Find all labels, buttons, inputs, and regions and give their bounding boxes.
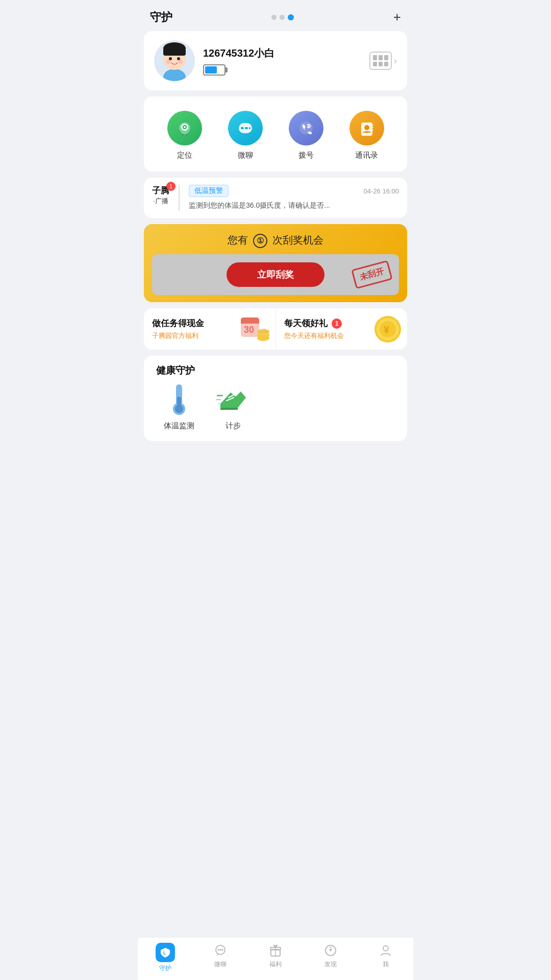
steps-icon (216, 382, 250, 416)
svg-point-7 (166, 60, 170, 64)
header: 守护 + (138, 0, 413, 31)
svg-point-11 (184, 126, 186, 128)
task-gift-badge: 1 (332, 318, 342, 329)
svg-rect-25 (241, 322, 259, 324)
task-gift[interactable]: 每天领好礼 1 您今天还有福利机会 ¥ (276, 308, 408, 350)
svg-point-12 (182, 134, 187, 136)
health-steps-label: 计步 (226, 421, 241, 431)
thermometer-icon (162, 382, 196, 416)
broadcast-logo-sub: ·广播 (153, 197, 168, 206)
broadcast-content: 低温预警 04-26 16:00 监测到您的体温是36.0摄氏度，请确认是否..… (189, 185, 399, 211)
tasks-row: 做任务得现金 子腾园官方福利 30 每天领好礼 1 (144, 308, 407, 350)
user-action-button[interactable]: › (369, 52, 397, 70)
svg-point-5 (169, 57, 172, 60)
broadcast-badge: 1 (166, 182, 176, 191)
health-title: 健康守护 (144, 356, 407, 382)
svg-rect-21 (371, 127, 373, 128)
health-section: 健康守护 体温监测 (144, 356, 407, 441)
page-dots (271, 14, 294, 20)
svg-point-19 (364, 125, 369, 130)
broadcast-message: 监测到您的体温是36.0摄氏度，请确认是否... (189, 200, 399, 211)
svg-point-30 (257, 330, 269, 333)
task-cash[interactable]: 做任务得现金 子腾园官方福利 30 (144, 308, 276, 350)
health-temperature[interactable]: 体温监测 (152, 382, 206, 431)
dot-3 (288, 14, 294, 20)
svg-rect-22 (371, 130, 373, 131)
health-steps[interactable]: 计步 (206, 382, 260, 431)
svg-rect-14 (241, 127, 244, 129)
scratch-area[interactable]: 立即刮奖 未刮开 (152, 254, 399, 295)
svg-rect-20 (371, 125, 373, 126)
avatar (154, 40, 195, 81)
health-temperature-label: 体温监测 (164, 421, 194, 431)
scratch-card[interactable]: 您有 ① 次刮奖机会 立即刮奖 未刮开 (144, 224, 407, 302)
feature-contacts[interactable]: 通讯录 (349, 111, 384, 160)
svg-point-6 (177, 57, 180, 60)
feature-chat[interactable]: 微聊 (228, 111, 263, 160)
feature-contacts-label: 通讯录 (355, 151, 378, 160)
task-cash-image: 30 (240, 315, 270, 346)
svg-rect-4 (163, 48, 186, 56)
user-card: 126745312小白 › (144, 31, 407, 90)
broadcast-logo: 子腾 1 ·广播 (152, 185, 169, 206)
page-title: 守护 (150, 10, 172, 25)
svg-text:¥: ¥ (384, 324, 390, 335)
broadcast-tag: 低温预警 (189, 185, 229, 197)
feature-location[interactable]: 定位 (167, 111, 202, 160)
feature-location-label: 定位 (177, 151, 192, 160)
scratch-button[interactable]: 立即刮奖 (227, 262, 324, 287)
svg-rect-38 (177, 397, 181, 408)
svg-text:30: 30 (244, 325, 254, 335)
svg-point-8 (179, 60, 183, 64)
feature-chat-label: 微聊 (238, 151, 253, 160)
dot-2 (280, 15, 285, 20)
scratch-title: 您有 ① 次刮奖机会 (152, 233, 399, 248)
svg-rect-16 (249, 127, 251, 129)
dot-1 (271, 15, 277, 20)
scratch-stamp: 未刮开 (351, 260, 393, 289)
scratch-title-suffix: 次刮奖机会 (272, 234, 323, 246)
divider (179, 185, 180, 211)
scratch-title-prefix: 您有 (228, 234, 248, 246)
task-gift-image: ¥ (373, 315, 402, 346)
battery-indicator (203, 64, 361, 76)
broadcast-time: 04-26 16:00 (364, 187, 399, 195)
feature-dial-label: 拨号 (298, 151, 314, 160)
user-name: 126745312小白 (203, 46, 361, 60)
broadcast-card[interactable]: 子腾 1 ·广播 低温预警 04-26 16:00 监测到您的体温是36.0摄氏… (144, 178, 407, 218)
feature-dial[interactable]: 拨号 (289, 111, 323, 160)
svg-rect-15 (245, 127, 248, 129)
feature-grid-card: 定位 微聊 (144, 96, 407, 172)
health-grid: 体温监测 (144, 382, 407, 441)
add-button[interactable]: + (393, 9, 401, 25)
scratch-count: ① (253, 234, 267, 248)
